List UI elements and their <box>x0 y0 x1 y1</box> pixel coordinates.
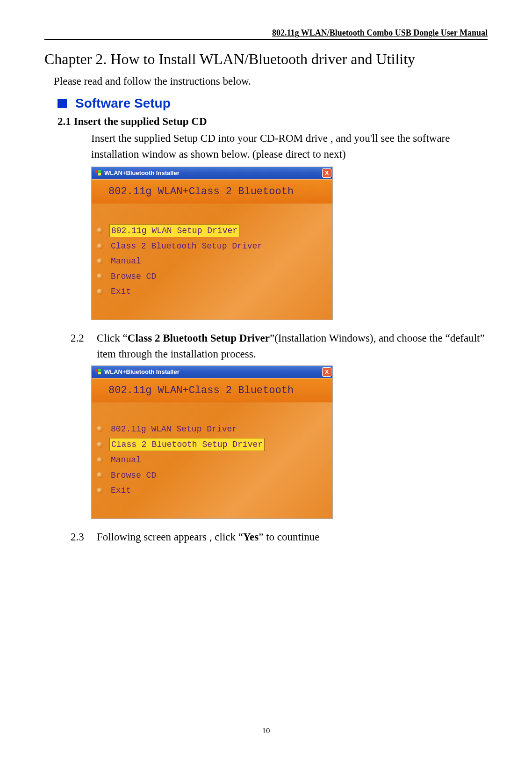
installer-menu: 802.11g WLAN Setup Driver Class 2 Blueto… <box>92 204 332 320</box>
menu-item-exit[interactable]: Exit <box>100 285 332 298</box>
step-2-3: 2.3 Following screen appears , click “Ye… <box>71 529 488 546</box>
menu-label: Browse CD <box>109 469 158 481</box>
menu-item-wlan[interactable]: 802.11g WLAN Setup Driver <box>100 423 332 435</box>
titlebar-text: WLAN+Bluetooth Installer <box>104 368 180 375</box>
menu-item-manual[interactable]: Manual <box>100 255 332 267</box>
bullet-icon <box>97 273 103 279</box>
menu-item-bluetooth[interactable]: Class 2 Bluetooth Setup Driver <box>100 438 332 451</box>
close-icon[interactable]: X <box>322 168 331 178</box>
menu-item-manual[interactable]: Manual <box>100 454 332 466</box>
svg-rect-3 <box>98 173 101 175</box>
menu-label: Manual <box>109 454 143 466</box>
menu-label: Class 2 Bluetooth Setup Driver <box>109 240 264 252</box>
svg-rect-6 <box>95 372 98 374</box>
step-2-1-title: 2.1 Insert the supplied Setup CD <box>58 116 488 128</box>
installer-menu: 802.11g WLAN Setup Driver Class 2 Blueto… <box>92 402 332 518</box>
bullet-icon <box>97 488 103 494</box>
titlebar: WLAN+Bluetooth Installer X <box>92 167 332 179</box>
bullet-icon <box>97 472 103 478</box>
svg-rect-5 <box>98 369 101 372</box>
step-2-3-body: Following screen appears , click “Yes” t… <box>97 529 488 546</box>
page-header: 802.11g WLAN/Bluetooth Combo USB Dongle … <box>44 28 488 40</box>
step-2-2-body: Click “Class 2 Bluetooth Setup Driver”(I… <box>97 330 488 363</box>
installer-window-1: WLAN+Bluetooth Installer X 802.11g WLAN+… <box>91 167 333 320</box>
svg-rect-7 <box>98 372 101 374</box>
chapter-title: Chapter 2. How to Install WLAN/Bluetooth… <box>44 49 488 70</box>
menu-item-wlan[interactable]: 802.11g WLAN Setup Driver <box>100 224 332 237</box>
menu-label: Browse CD <box>109 270 158 283</box>
bullet-icon <box>97 442 103 448</box>
bullet-icon <box>97 227 103 233</box>
menu-label: 802.11g WLAN Setup Driver <box>109 224 239 237</box>
menu-label: Manual <box>109 255 143 267</box>
app-icon <box>94 368 102 376</box>
section-title: Software Setup <box>75 96 171 111</box>
menu-item-browse[interactable]: Browse CD <box>100 270 332 283</box>
menu-item-browse[interactable]: Browse CD <box>100 469 332 481</box>
titlebar-text: WLAN+Bluetooth Installer <box>104 169 180 176</box>
installer-window-2: WLAN+Bluetooth Installer X 802.11g WLAN+… <box>91 365 333 519</box>
installer-banner: 802.11g WLAN+Class 2 Bluetooth <box>92 378 332 402</box>
svg-rect-2 <box>95 173 98 175</box>
svg-rect-1 <box>98 170 101 173</box>
menu-item-exit[interactable]: Exit <box>100 484 332 496</box>
bullet-icon <box>97 258 103 264</box>
step-number: 2.2 <box>71 330 90 363</box>
section-heading: Software Setup <box>58 96 488 111</box>
step-2-1-body: Insert the supplied Setup CD into your C… <box>91 131 488 163</box>
menu-label: 802.11g WLAN Setup Driver <box>109 423 238 435</box>
menu-label: Class 2 Bluetooth Setup Driver <box>109 438 265 451</box>
bullet-square-icon <box>58 99 67 108</box>
step-number: 2.3 <box>71 529 90 546</box>
bullet-icon <box>97 426 103 432</box>
menu-label: Exit <box>109 285 132 298</box>
installer-banner: 802.11g WLAN+Class 2 Bluetooth <box>92 179 332 204</box>
bullet-icon <box>97 243 103 249</box>
step-2-2: 2.2 Click “Class 2 Bluetooth Setup Drive… <box>71 330 488 363</box>
close-icon[interactable]: X <box>322 367 331 377</box>
svg-rect-4 <box>95 369 98 372</box>
bullet-icon <box>97 457 103 463</box>
page-number: 10 <box>0 726 532 736</box>
bullet-icon <box>97 289 103 295</box>
menu-label: Exit <box>109 484 132 496</box>
svg-rect-0 <box>95 170 98 173</box>
app-icon <box>94 169 102 177</box>
menu-item-bluetooth[interactable]: Class 2 Bluetooth Setup Driver <box>100 240 332 252</box>
chapter-intro: Please read and follow the instructions … <box>54 75 488 88</box>
titlebar: WLAN+Bluetooth Installer X <box>92 366 332 378</box>
